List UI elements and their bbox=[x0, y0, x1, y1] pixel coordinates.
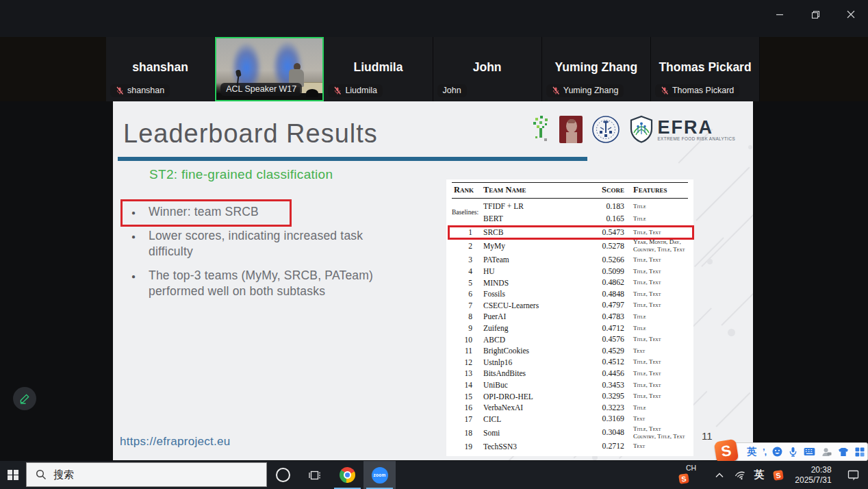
sogou-ime-toolbar: S 英 ’, bbox=[723, 442, 868, 461]
university-bust-logo bbox=[559, 116, 583, 143]
table-row: 4HU0.5099Title, Text bbox=[452, 266, 688, 277]
baseline-row: TFIDF + LR0.183Title bbox=[483, 200, 688, 212]
table-row: 13BitsAndBites0.4456Title, Text bbox=[452, 368, 688, 379]
chevron-up-icon bbox=[715, 473, 724, 478]
notification-center-button[interactable] bbox=[841, 461, 865, 489]
table-row: 5MINDS0.4862Title, Text bbox=[452, 277, 688, 288]
sogou-logo-icon[interactable]: S bbox=[714, 439, 739, 464]
table-row: 6Fossils0.4848Title, Text bbox=[452, 288, 688, 300]
filmstrip: shanshanshanshanACL Speaker W17LiudmilaL… bbox=[106, 37, 760, 101]
restore-icon bbox=[811, 10, 820, 19]
window-titlebar bbox=[0, 0, 868, 37]
table-header-row: RankTeam NameScoreFeatures bbox=[452, 183, 688, 198]
ime-voice-button[interactable] bbox=[789, 447, 797, 457]
taskbar-apps: zoom bbox=[267, 461, 396, 489]
system-tray: CH S 英 S 20:382025/7/31 bbox=[674, 461, 865, 489]
participant-tile[interactable]: Thomas PickardThomas Pickard bbox=[651, 37, 760, 101]
presentation-slide: Leaderboard Results bbox=[113, 101, 753, 460]
sogou-tray-icon: S bbox=[678, 473, 689, 484]
ime-punctuation-toggle[interactable]: ’, bbox=[763, 447, 766, 457]
wifi-indicator[interactable] bbox=[730, 461, 750, 489]
task-view-button[interactable] bbox=[299, 461, 331, 489]
ime-skin-button[interactable] bbox=[838, 447, 849, 457]
sogou-tray-button[interactable]: S bbox=[768, 461, 789, 489]
mic-muted-icon bbox=[661, 86, 669, 95]
tray-date: 2025/7/31 bbox=[795, 475, 831, 486]
table-row: 3PATeam0.5266Title, Text bbox=[452, 254, 688, 266]
ime-lang-toggle[interactable]: 英 bbox=[747, 446, 756, 458]
participant-tile[interactable]: JohnJohn bbox=[433, 37, 542, 101]
minimize-icon bbox=[776, 10, 784, 18]
table-row: 1SRCB0.5473Title, Text bbox=[452, 227, 688, 238]
zoom-icon: zoom bbox=[372, 467, 388, 484]
baseline-label: Baselines: bbox=[452, 209, 483, 216]
tray-lang-indicator[interactable]: 英 bbox=[750, 461, 768, 489]
windows-logo-icon bbox=[8, 470, 18, 481]
pencil-icon bbox=[18, 392, 31, 405]
table-row: 18Somi0.3048Title, Text Country, Title, … bbox=[452, 425, 688, 441]
table-row: 7CSECU-Learners0.4797Title, Text bbox=[452, 300, 688, 312]
taskbar: 搜索 zoom CH S bbox=[0, 461, 868, 489]
participant-label-chip: ACL Speaker W17 bbox=[220, 83, 302, 96]
ime-toolbox-button[interactable] bbox=[855, 447, 865, 457]
efra-wordmark: EFRA bbox=[657, 118, 735, 136]
efra-tagline: EXTREME FOOD RISK ANALYTICS bbox=[657, 136, 735, 141]
chrome-taskbar-icon[interactable] bbox=[331, 461, 363, 489]
ime-keyboard-button[interactable] bbox=[804, 447, 815, 456]
participant-name: John bbox=[433, 60, 541, 75]
page-number: 11 bbox=[702, 430, 713, 442]
wifi-icon bbox=[733, 468, 748, 481]
participant-label-chip: Thomas Pickard bbox=[655, 84, 739, 97]
baseline-rows: Baselines:TFIDF + LR0.183TitleBERT0.165T… bbox=[452, 199, 688, 226]
table-row: 12Ustnlp160.4512Title, Text bbox=[452, 357, 688, 368]
ime-account-icon[interactable] bbox=[821, 447, 832, 457]
start-button[interactable] bbox=[0, 461, 26, 489]
restore-button[interactable] bbox=[805, 5, 826, 23]
baseline-row: BERT0.165Title bbox=[483, 212, 688, 225]
participant-name: Thomas Pickard bbox=[651, 60, 759, 75]
participant-label-chip: Liudmila bbox=[328, 84, 383, 97]
table-row: 9Zuifeng0.4712Title bbox=[452, 323, 688, 334]
participant-tile[interactable]: shanshanshanshan bbox=[106, 37, 215, 101]
slide-url: https://efraproject.eu bbox=[120, 435, 231, 449]
table-row: 2MyMy0.5278Year, Month, Day, Country, Ti… bbox=[452, 238, 688, 255]
table-row: 19TechSSN30.2712Text bbox=[452, 441, 688, 453]
mic-muted-icon bbox=[552, 86, 560, 95]
notification-icon bbox=[847, 470, 859, 481]
cortana-button[interactable] bbox=[267, 461, 299, 489]
chrome-icon bbox=[340, 467, 355, 483]
search-icon bbox=[36, 469, 47, 480]
bullet-item: Lower scores, indicating increased task … bbox=[130, 228, 389, 260]
minimize-button[interactable] bbox=[769, 5, 790, 23]
ime-mode-indicator[interactable]: CH S bbox=[674, 461, 709, 489]
close-icon bbox=[847, 10, 855, 18]
table-row: 14UniBuc0.3453Title, Text bbox=[452, 379, 688, 391]
participant-label-chip: John bbox=[437, 84, 467, 97]
ime-emoji-button[interactable] bbox=[772, 447, 782, 457]
table-row: 10ABCD0.4576Title, Text bbox=[452, 334, 688, 345]
active-speaker-video-tile[interactable]: ACL Speaker W17 bbox=[215, 37, 324, 101]
table-row: 11BrightCookies0.4529Text bbox=[452, 345, 688, 357]
participant-tile[interactable]: Yuming ZhangYuming Zhang bbox=[542, 37, 651, 101]
tray-expand-chevron[interactable] bbox=[709, 461, 730, 489]
close-button[interactable] bbox=[841, 5, 861, 23]
slide-subtitle: ST2: fine-grained classification bbox=[149, 167, 333, 182]
cortana-icon bbox=[276, 468, 290, 482]
table-row: 8PuerAI0.4783Title bbox=[452, 311, 688, 323]
participant-name: Liudmila bbox=[324, 60, 432, 75]
stockholm-university-seal bbox=[591, 115, 620, 144]
annotate-pencil-button[interactable] bbox=[13, 387, 36, 410]
taskbar-search[interactable]: 搜索 bbox=[26, 462, 267, 487]
tray-time: 20:38 bbox=[795, 465, 831, 475]
zoom-taskbar-icon[interactable]: zoom bbox=[363, 461, 396, 489]
taskbar-clock[interactable]: 20:382025/7/31 bbox=[789, 461, 841, 489]
participant-tile[interactable]: LiudmilaLiudmila bbox=[324, 37, 433, 101]
bullet-list: Winner: team SRCBLower scores, indicatin… bbox=[130, 204, 389, 308]
slide-title: Leaderboard Results bbox=[123, 119, 378, 149]
efra-logo: EFRA EXTREME FOOD RISK ANALYTICS bbox=[629, 115, 735, 144]
mic-muted-icon bbox=[333, 86, 342, 95]
pixel-tree-logo bbox=[533, 116, 550, 143]
participant-label-chip: shanshan bbox=[110, 84, 170, 97]
efra-shield-icon bbox=[629, 115, 654, 144]
table-row: 17CICL0.3169Text bbox=[452, 414, 688, 425]
